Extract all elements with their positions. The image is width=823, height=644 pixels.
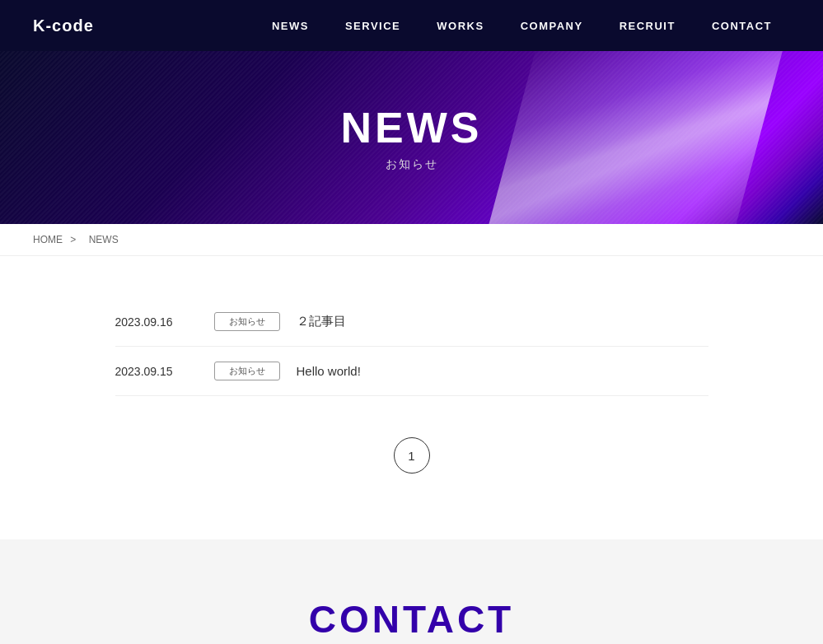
pagination: 1 <box>115 437 708 474</box>
nav-contact[interactable]: CONTACT <box>694 0 790 51</box>
news-title-1[interactable]: ２記事目 <box>297 314 346 329</box>
news-date-1: 2023.09.16 <box>115 315 198 329</box>
page-1-button[interactable]: 1 <box>394 437 430 474</box>
main-content: 2023.09.16 お知らせ ２記事目 2023.09.15 お知らせ Hel… <box>82 256 741 539</box>
nav-works[interactable]: WORKS <box>419 0 502 51</box>
news-item: 2023.09.16 お知らせ ２記事目 <box>115 297 708 347</box>
hero-title: NEWS <box>341 103 483 152</box>
nav-recruit[interactable]: RECRUIT <box>601 0 694 51</box>
news-tag-2: お知らせ <box>214 362 280 380</box>
header: K-code NEWS SERVICE WORKS COMPANY RECRUI… <box>0 0 823 51</box>
breadcrumb-separator: > <box>70 234 76 245</box>
hero-section: NEWS お知らせ <box>0 51 823 224</box>
news-list: 2023.09.16 お知らせ ２記事目 2023.09.15 お知らせ Hel… <box>115 297 708 396</box>
breadcrumb: HOME > NEWS <box>0 224 823 256</box>
nav-company[interactable]: COMPANY <box>503 0 601 51</box>
main-nav: NEWS SERVICE WORKS COMPANY RECRUIT CONTA… <box>254 0 790 51</box>
news-date-2: 2023.09.15 <box>115 365 198 378</box>
footer-contact-title: CONTACT <box>33 597 790 642</box>
hero-subtitle: お知らせ <box>386 157 438 172</box>
breadcrumb-current: NEWS <box>89 234 119 245</box>
footer-contact-section: CONTACT お問い合わせ Webサイトの制作のご依頼やお見積りなど、お気軽に… <box>0 539 823 644</box>
news-item: 2023.09.15 お知らせ Hello world! <box>115 347 708 396</box>
site-logo[interactable]: K-code <box>33 16 94 35</box>
nav-service[interactable]: SERVICE <box>327 0 419 51</box>
breadcrumb-home[interactable]: HOME <box>33 234 63 245</box>
news-tag-1: お知らせ <box>214 312 280 331</box>
nav-news[interactable]: NEWS <box>254 0 327 51</box>
news-title-2[interactable]: Hello world! <box>297 364 361 378</box>
